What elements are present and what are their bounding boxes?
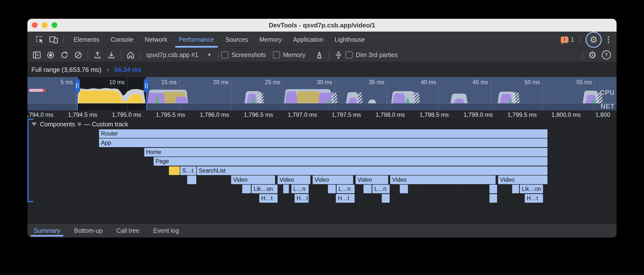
gear-icon: ⚙ bbox=[590, 35, 598, 44]
chevron-right-icon: › bbox=[107, 66, 109, 74]
issues-button[interactable]: ! 1 bbox=[561, 36, 574, 44]
flame-bar-likon[interactable]: Lik…on bbox=[520, 185, 543, 193]
flame-bar-likon[interactable]: Lik…on bbox=[252, 185, 278, 193]
flame-bar-st[interactable]: S…t bbox=[180, 166, 196, 175]
help-icon[interactable]: ? bbox=[599, 48, 613, 62]
throttling-icon[interactable] bbox=[332, 48, 346, 62]
tab-memory[interactable]: Memory bbox=[254, 32, 287, 48]
tab-call-tree[interactable]: Call tree bbox=[116, 224, 139, 238]
full-range-breadcrumb[interactable]: Full range (3,653.76 ms) bbox=[31, 66, 101, 74]
selection-right-handle[interactable] bbox=[144, 78, 149, 93]
flame-bar[interactable] bbox=[382, 194, 390, 203]
tab-lighthouse[interactable]: Lighthouse bbox=[329, 32, 370, 48]
flame-bar-ln[interactable]: L…n bbox=[292, 185, 309, 193]
flame-bar[interactable] bbox=[242, 185, 251, 193]
flame-bar-ht[interactable]: H…t bbox=[336, 194, 354, 203]
tab-performance[interactable]: Performance bbox=[173, 32, 220, 48]
tab-bottom-up[interactable]: Bottom-up bbox=[74, 224, 102, 238]
ruler-tick bbox=[198, 110, 198, 118]
panel-tabs: ElementsConsoleNetworkPerformanceSources… bbox=[68, 32, 370, 48]
upload-profile-icon[interactable] bbox=[90, 48, 104, 62]
macos-titlebar: DevTools - qsvd7p.csb.app/video/1 bbox=[28, 19, 616, 32]
flame-bar-video[interactable]: Video bbox=[278, 176, 310, 184]
reload-record-icon[interactable] bbox=[58, 48, 71, 62]
ruler-time-label: 1,796.5 ms bbox=[244, 111, 273, 118]
flame-bar-searchlist[interactable]: SearchList bbox=[197, 166, 548, 175]
screenshots-checkbox[interactable] bbox=[221, 51, 228, 58]
flame-bar-router[interactable]: Router bbox=[99, 129, 548, 138]
flame-bar-page[interactable]: Page bbox=[154, 157, 548, 166]
selected-range-breadcrumb[interactable]: 56.34 ms bbox=[114, 66, 142, 74]
toggle-sidebar-icon[interactable] bbox=[30, 48, 44, 62]
device-toolbar-icon[interactable] bbox=[47, 33, 60, 47]
flame-bar[interactable] bbox=[283, 185, 289, 193]
ruler-tick bbox=[593, 110, 594, 118]
flame-bar-app[interactable]: App bbox=[99, 138, 548, 147]
tab-console[interactable]: Console bbox=[105, 32, 139, 48]
tab-event-log[interactable]: Event log bbox=[153, 224, 179, 238]
ruler-time-label: 1,798.0 ms bbox=[376, 111, 405, 118]
details-tabbar: SummaryBottom-upCall treeEvent log bbox=[28, 224, 616, 238]
network-request-strip bbox=[29, 89, 46, 92]
flame-bar-video[interactable]: Video bbox=[498, 176, 548, 184]
tab-label: Event log bbox=[153, 227, 179, 234]
tab-summary[interactable]: Summary bbox=[34, 224, 60, 238]
flame-bar[interactable] bbox=[187, 176, 196, 184]
dim-3rd-parties-checkbox[interactable] bbox=[346, 51, 352, 58]
selection-left-handle[interactable] bbox=[74, 78, 80, 93]
flame-bar-ht[interactable]: H…t bbox=[294, 194, 309, 203]
flame-bar[interactable] bbox=[490, 194, 497, 203]
flame-bar-video[interactable]: Video bbox=[231, 176, 275, 184]
flame-bar[interactable] bbox=[400, 185, 408, 193]
flame-bar-ln[interactable]: L…n bbox=[336, 185, 354, 193]
ruler-time-label: 1,794.5 ms bbox=[68, 111, 97, 118]
flame-bar[interactable] bbox=[169, 166, 180, 175]
memory-toggle[interactable]: Memory bbox=[273, 51, 312, 58]
separator bbox=[121, 50, 121, 60]
issues-icon: ! bbox=[561, 36, 568, 43]
chevron-down-icon[interactable]: ▼ bbox=[207, 52, 211, 58]
more-options-icon[interactable] bbox=[604, 36, 613, 43]
custom-track-header[interactable]: Components ⚛ — Custom track bbox=[31, 121, 128, 128]
flame-bar-video[interactable]: Video bbox=[312, 176, 353, 184]
flame-bar[interactable] bbox=[490, 185, 497, 193]
tab-network[interactable]: Network bbox=[139, 32, 173, 48]
collect-garbage-icon[interactable] bbox=[312, 48, 326, 62]
timeline-overview[interactable]: 5 ms10 ms15 ms20 ms25 ms30 ms35 ms40 ms4… bbox=[28, 77, 616, 110]
flame-bar-ln[interactable]: L…n bbox=[372, 185, 390, 193]
flame-bar[interactable] bbox=[328, 185, 336, 193]
tab-application[interactable]: Application bbox=[288, 32, 329, 48]
record-icon[interactable] bbox=[44, 48, 58, 62]
flame-bar-ht[interactable]: H…t bbox=[259, 194, 278, 203]
download-profile-icon[interactable] bbox=[104, 48, 118, 62]
home-icon[interactable] bbox=[124, 48, 138, 62]
dim-3rd-parties-toggle[interactable]: Dim 3rd parties bbox=[346, 51, 405, 58]
flame-bar-ht[interactable]: H…t bbox=[525, 194, 543, 203]
collapse-track-icon[interactable] bbox=[31, 122, 37, 126]
inspect-element-icon[interactable] bbox=[33, 33, 47, 47]
tab-elements[interactable]: Elements bbox=[68, 32, 105, 48]
separator bbox=[218, 50, 219, 60]
flame-bar-video[interactable]: Video bbox=[390, 176, 496, 184]
flame-bar-home[interactable]: Home bbox=[144, 148, 548, 156]
track-title: Components ⚛ — Custom track bbox=[40, 121, 128, 128]
ruler-tick bbox=[110, 110, 110, 118]
flame-bar-video[interactable]: Video bbox=[356, 176, 388, 184]
tab-label: Summary bbox=[34, 227, 60, 234]
memory-checkbox[interactable] bbox=[273, 51, 280, 58]
flame-bar[interactable] bbox=[364, 185, 372, 193]
ruler-time-label: 1,796.0 ms bbox=[200, 111, 229, 118]
flame-bar[interactable] bbox=[512, 185, 519, 193]
ruler-tick bbox=[505, 110, 506, 118]
performance-toolbar: qsvd7p.csb.app #1 ▼ Screenshots Memory bbox=[28, 48, 616, 62]
ruler-time-label: 1,800.0 ms bbox=[552, 111, 581, 118]
settings-button-focused[interactable]: ⚙ bbox=[586, 32, 602, 48]
target-selector[interactable]: qsvd7p.csb.app #1 bbox=[146, 51, 198, 58]
flame-chart-area[interactable]: Components ⚛ — Custom track RouterAppHom… bbox=[28, 118, 616, 224]
clear-icon[interactable] bbox=[71, 48, 85, 62]
tab-sources[interactable]: Sources bbox=[220, 32, 254, 48]
issues-count: 1 bbox=[571, 36, 574, 44]
separator bbox=[88, 50, 88, 60]
capture-settings-icon[interactable]: ⚙ bbox=[586, 48, 599, 62]
screenshots-toggle[interactable]: Screenshots bbox=[221, 51, 273, 58]
